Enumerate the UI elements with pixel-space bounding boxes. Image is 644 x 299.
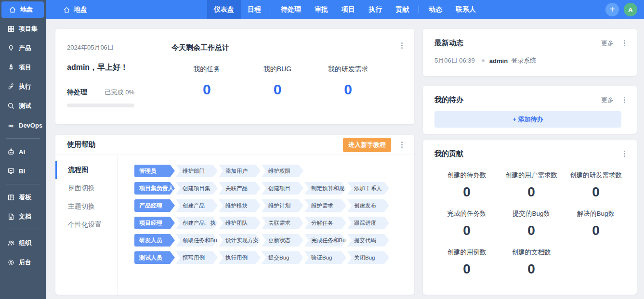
contribution-grid: 创建的待办数 0 创建的用户需求数 0 创建的研发需求数 0 完成的任务数 0 bbox=[434, 171, 628, 277]
lightbulb-icon bbox=[7, 44, 15, 52]
sidebar-item-dashboard[interactable]: 地盘 bbox=[1, 1, 44, 18]
avatar-initial: A bbox=[628, 6, 632, 13]
topnav: 仪表盘 日程 待处理 审批 项目 执行 贡献 动态 联系人 bbox=[207, 0, 483, 19]
flow-step: 创建产品 bbox=[176, 199, 218, 212]
flow-role-tag: 研发人员 bbox=[134, 234, 175, 247]
kebab-menu-icon[interactable] bbox=[620, 39, 628, 47]
completed-label: 已完成 0% bbox=[105, 88, 134, 97]
more-link[interactable]: 更多 bbox=[601, 96, 614, 104]
stat-value: 0 bbox=[564, 184, 628, 200]
stat-submitted-bugs: 提交的Bug数 0 bbox=[499, 209, 564, 238]
sidebar-item-label: DevOps bbox=[19, 122, 42, 129]
flow-role-tag: 产品经理 bbox=[134, 199, 175, 212]
news-time: 5月06日 06:39 bbox=[434, 56, 475, 65]
sidebar: 地盘 项目集 产品 项目 执行 测试 ∞ DevOps AI BI 看板 文档 bbox=[0, 0, 46, 299]
stat-label: 完成的任务数 bbox=[434, 209, 499, 218]
help-tab-personalize[interactable]: 个性化设置 bbox=[55, 216, 118, 234]
my-contribution-card: 我的贡献 创建的待办数 0 创建的用户需求数 0 创建的研发需求 bbox=[423, 140, 637, 295]
stat-label: 我的BUG bbox=[242, 65, 313, 74]
add-todo-button[interactable]: + 添加待办 bbox=[434, 111, 621, 128]
topnav-tab-todo[interactable]: 待处理 bbox=[274, 0, 308, 19]
create-button[interactable]: + bbox=[605, 3, 619, 16]
stat-created-docs: 创建的文档数 0 bbox=[499, 248, 564, 277]
kebab-menu-icon[interactable] bbox=[398, 41, 406, 49]
work-summary-block: 今天剩余工作总计 我的任务 0 我的BUG 0 我的研发需求 0 bbox=[150, 39, 403, 114]
topnav-tab-contacts[interactable]: 联系人 bbox=[449, 0, 483, 19]
kebab-menu-icon[interactable] bbox=[398, 141, 406, 149]
sidebar-item-ai[interactable]: AI bbox=[0, 142, 46, 161]
stat-value[interactable]: 0 bbox=[171, 81, 242, 98]
stat-label: 创建的用户需求数 bbox=[499, 171, 564, 180]
sidebar-item-bi[interactable]: BI bbox=[0, 161, 46, 181]
stat-value: 0 bbox=[434, 223, 499, 238]
flow-row-tester: 测试人员 撰写用例 执行用例 提交Bug 验证Bug 关闭Bug bbox=[134, 251, 414, 264]
help-card: 使用帮助 进入新手教程 流程图 界面切换 主题切换 个性化设置 管理员 维护部 bbox=[55, 135, 414, 295]
sidebar-item-project[interactable]: 项目 bbox=[0, 58, 46, 77]
topbar-brand[interactable]: 地盘 bbox=[46, 5, 87, 14]
sidebar-item-admin[interactable]: 后台 bbox=[0, 253, 46, 272]
sidebar-item-devops[interactable]: ∞ DevOps bbox=[0, 116, 46, 135]
sidebar-item-doc[interactable]: 文档 bbox=[0, 207, 46, 226]
news-action: 登录系统 bbox=[511, 56, 536, 65]
flow-step: 提交Bug bbox=[262, 251, 303, 264]
flow-role-tag: 管理员 bbox=[134, 165, 175, 177]
tutorial-button[interactable]: 进入新手教程 bbox=[343, 138, 391, 152]
kebab-menu-icon[interactable] bbox=[620, 96, 628, 104]
topnav-tab-calendar[interactable]: 日程 bbox=[241, 0, 268, 19]
avatar[interactable]: A bbox=[624, 3, 637, 16]
sidebar-item-label: AI bbox=[19, 148, 25, 156]
stat-empty-cell bbox=[564, 248, 628, 277]
sidebar-item-program[interactable]: 项目集 bbox=[0, 19, 46, 39]
news-entry: 5月06日 06:39 admin 登录系统 bbox=[434, 56, 628, 65]
card-header: 最新动态 更多 bbox=[434, 39, 628, 48]
sidebar-item-label: 产品 bbox=[19, 44, 31, 52]
stat-created-dev-stories: 创建的研发需求数 0 bbox=[564, 171, 628, 200]
flow-step: 关联需求 bbox=[262, 217, 303, 229]
more-link[interactable]: 更多 bbox=[601, 39, 614, 48]
my-todo-card: 我的待办 更多 + 添加待办 bbox=[423, 86, 637, 134]
flow-step: 创建项目集 bbox=[176, 182, 218, 195]
sidebar-item-label: 文档 bbox=[19, 212, 31, 221]
stat-label: 创建的待办数 bbox=[434, 171, 499, 180]
flow-step: 维护计划 bbox=[262, 199, 303, 212]
flow-step: 领取任务和Bu bbox=[176, 234, 218, 247]
flow-step: 创建发布 bbox=[347, 199, 389, 212]
topnav-tab-dynamic[interactable]: 动态 bbox=[422, 0, 449, 19]
kebab-menu-icon[interactable] bbox=[620, 150, 628, 158]
topnav-tab-dashboard[interactable]: 仪表盘 bbox=[207, 0, 241, 19]
sidebar-divider bbox=[6, 138, 40, 139]
sidebar-item-label: 后台 bbox=[19, 258, 31, 267]
flow-row-product-manager: 产品经理 创建产品 维护模块 维护计划 维护需求 创建发布 bbox=[134, 199, 414, 212]
topnav-divider bbox=[419, 6, 419, 13]
help-tab-ui-switch[interactable]: 界面切换 bbox=[55, 179, 118, 197]
sidebar-item-product[interactable]: 产品 bbox=[0, 39, 46, 58]
stat-label: 我的研发需求 bbox=[313, 65, 383, 74]
overview-greeting-block: 2024年05月06日 admin，早上好！ 待处理 已完成 0% bbox=[67, 39, 150, 114]
flow-step: 跟踪进度 bbox=[347, 217, 389, 229]
sidebar-item-execution[interactable]: 执行 bbox=[0, 77, 46, 96]
flow-step: 分解任务 bbox=[304, 217, 346, 229]
topnav-tab-contribution[interactable]: 贡献 bbox=[389, 0, 416, 19]
topbar: 地盘 仪表盘 日程 待处理 审批 项目 执行 贡献 动态 联系人 + A bbox=[46, 0, 644, 19]
stat-value[interactable]: 0 bbox=[313, 81, 383, 98]
grid-icon bbox=[7, 25, 15, 33]
document-icon bbox=[7, 213, 15, 221]
rocket-icon bbox=[7, 64, 15, 72]
topnav-tab-review[interactable]: 审批 bbox=[308, 0, 335, 19]
stat-my-stories: 我的研发需求 0 bbox=[313, 65, 383, 98]
sidebar-item-kanban[interactable]: 看板 bbox=[0, 188, 46, 207]
sidebar-item-qa[interactable]: 测试 bbox=[0, 96, 46, 116]
topnav-tab-project[interactable]: 项目 bbox=[335, 0, 362, 19]
stat-value: 0 bbox=[499, 261, 564, 277]
help-tab-theme-switch[interactable]: 主题切换 bbox=[55, 197, 118, 216]
sidebar-item-org[interactable]: 组织 bbox=[0, 234, 46, 253]
progress-bar bbox=[67, 104, 134, 107]
topbar-actions: + A bbox=[605, 3, 637, 16]
left-column: 2024年05月06日 admin，早上好！ 待处理 已完成 0% 今天剩余工作… bbox=[55, 29, 414, 295]
help-tab-flowchart[interactable]: 流程图 bbox=[55, 161, 118, 179]
news-user[interactable]: admin bbox=[489, 57, 508, 65]
topnav-tab-execution[interactable]: 执行 bbox=[362, 0, 389, 19]
stat-created-user-stories: 创建的用户需求数 0 bbox=[499, 171, 564, 200]
stat-value[interactable]: 0 bbox=[242, 81, 313, 98]
flow-step: 创建项目 bbox=[262, 182, 303, 195]
